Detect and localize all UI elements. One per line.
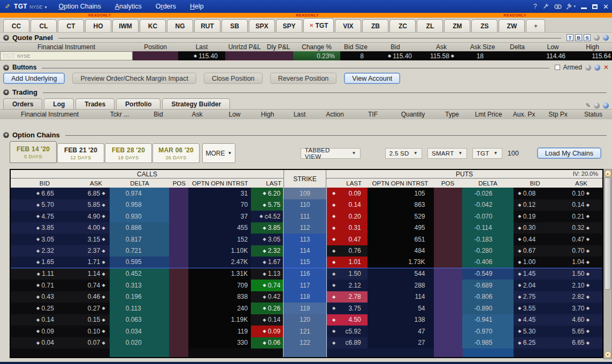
put-ask-cell[interactable]: 0.47 ◆ <box>556 234 602 245</box>
put-last-cell[interactable]: ◆1.50 <box>327 268 368 280</box>
view-account-button[interactable]: View Account <box>344 73 400 84</box>
minimize-icon[interactable] <box>581 4 587 9</box>
compose-icon[interactable]: ✎ <box>586 102 591 109</box>
put-bid-cell[interactable]: ◆ 3.55 <box>514 303 556 314</box>
put-last-cell[interactable]: ◆0.47 <box>327 234 368 245</box>
put-bid-cell[interactable]: ◆ 4.45 <box>514 314 556 326</box>
put-bid-cell[interactable]: ◆ 0.44 <box>514 234 556 245</box>
call-last-cell[interactable]: ◆ 0.74 <box>251 280 283 291</box>
call-last-cell[interactable]: ◆ 0.09 <box>251 326 283 337</box>
symbol-tab-IWM[interactable]: IWM <box>112 19 139 32</box>
put-last-cell[interactable]: ◆2.78 <box>327 291 368 303</box>
reverse-position-button[interactable]: Reverse Position <box>270 73 337 84</box>
call-bid-cell[interactable]: ◆ 0.04 <box>11 337 63 349</box>
trading-tab-strategy-builder[interactable]: Strategy Builder <box>162 98 230 109</box>
put-ask-cell[interactable]: 1.50 ◆ <box>556 268 602 280</box>
symbol-tab-SPX[interactable]: SPX <box>249 19 275 32</box>
put-bid-cell[interactable]: ◆ 1.45 <box>514 268 556 280</box>
call-last-cell[interactable]: ◆ 2.32 <box>251 245 283 257</box>
close-tab-icon[interactable]: ✕ <box>309 22 313 28</box>
put-bid-cell[interactable]: ◆ 2.75 <box>514 291 556 303</box>
call-ask-cell[interactable]: 0.74 ◆ <box>63 280 110 291</box>
put-ask-cell[interactable]: 6.65 ◆ <box>556 337 602 349</box>
close-position-button[interactable]: Close Position <box>204 73 263 84</box>
put-ask-cell[interactable]: 2.10 ◆ <box>556 280 602 291</box>
menu-item-analytics[interactable]: Analytics <box>115 3 142 10</box>
expiry-tab-feb-28-20[interactable]: FEB 28 '2019 DAYS <box>105 143 152 163</box>
put-ask-cell[interactable]: 0.32 ◆ <box>556 222 602 234</box>
call-last-cell[interactable]: ◆ 0.14 <box>251 314 283 326</box>
put-bid-cell[interactable]: ◆ 0.30 <box>514 222 556 234</box>
call-last-cell[interactable]: ◆ 3.05 <box>251 234 283 245</box>
panel-help-icon[interactable] <box>603 35 609 41</box>
expiry-tab-feb-21-20[interactable]: FEB 21 '2012 DAYS <box>57 143 104 163</box>
call-ask-cell[interactable]: 5.85 ◆ <box>63 199 110 211</box>
call-bid-cell[interactable]: ◆ 6.65 <box>11 188 63 199</box>
scroll-down-icon[interactable]: ▼ <box>605 351 611 358</box>
tool-s-icon[interactable]: S <box>584 34 591 41</box>
instrument-menu[interactable]: TGT NYSE ▾ <box>14 3 47 10</box>
menu-item-help[interactable]: Help <box>190 3 204 10</box>
call-bid-cell[interactable]: ◆ 0.71 <box>11 280 63 291</box>
call-ask-cell[interactable]: 0.27 ◆ <box>63 303 110 314</box>
call-ask-cell[interactable]: 0.07 ◆ <box>63 337 110 349</box>
call-last-cell[interactable]: ◆ c4.52 <box>251 211 283 222</box>
layout-icon[interactable] <box>585 65 591 71</box>
collapse-icon[interactable]: ▼ <box>3 89 9 95</box>
put-ask-cell[interactable]: 0.70 ◆ <box>556 245 602 257</box>
put-last-cell[interactable]: ◆3.75 <box>327 303 368 314</box>
symbol-tab-RUT[interactable]: RUT <box>194 19 220 32</box>
trading-tab-portfolio[interactable]: Portfolio <box>116 98 160 109</box>
load-my-chains-button[interactable]: Load My Chains <box>537 148 601 159</box>
scrollbar-thumb[interactable] <box>605 177 611 290</box>
call-bid-cell[interactable]: ◆ 5.70 <box>11 199 63 211</box>
put-bid-cell[interactable]: ◆ 0.12 <box>514 199 556 211</box>
call-bid-cell[interactable]: ◆ 1.11 <box>11 268 63 280</box>
maximize-icon[interactable] <box>592 4 598 9</box>
call-last-cell[interactable]: ◆ 6.20 <box>251 188 283 199</box>
put-ask-cell[interactable]: 2.82 ◆ <box>556 291 602 303</box>
put-bid-cell[interactable]: ◆ 0.19 <box>514 211 556 222</box>
menu-item-orders[interactable]: Orders <box>156 3 176 10</box>
ask-cell[interactable]: 115.58◆ <box>419 51 463 60</box>
trading-tab-log[interactable]: Log <box>44 98 74 109</box>
symbol-tab-CL[interactable]: CL <box>30 19 57 32</box>
put-ask-cell[interactable]: 0.21 ◆ <box>556 211 602 222</box>
preview-order-check-margin-impact-button[interactable]: Preview Order/Check Margin Impact <box>72 73 196 84</box>
add-tab-button[interactable]: + <box>526 19 545 32</box>
view-mode-dropdown[interactable]: TABBED VIEW▼ <box>301 148 361 159</box>
put-last-cell[interactable]: ◆2.12 <box>327 280 368 291</box>
route-dropdown[interactable]: SMART▼ <box>427 148 467 159</box>
symbol-tab-NG[interactable]: NG <box>167 19 193 32</box>
symbol-tab-TGT[interactable]: ✕TGT <box>303 18 334 32</box>
put-last-cell[interactable]: ◆4.50 <box>327 314 368 326</box>
call-bid-cell[interactable]: ◆ 1.65 <box>11 257 63 268</box>
symbol-tab-ZC[interactable]: ZC <box>389 19 416 32</box>
symbol-tab-VIX[interactable]: VIX <box>335 19 361 32</box>
call-last-cell[interactable]: ◆ 1.67 <box>251 257 283 268</box>
put-last-cell[interactable]: ◆0.31 <box>327 222 368 234</box>
tool-b-icon[interactable]: B <box>575 34 582 41</box>
symbol-tab-SB[interactable]: SB <box>221 19 248 32</box>
put-bid-cell[interactable]: ◆ 5.30 <box>514 326 556 337</box>
call-bid-cell[interactable]: ◆ 3.85 <box>11 222 63 234</box>
tool-t-icon[interactable]: T <box>567 34 573 41</box>
put-ask-cell[interactable]: 1.04 ◆ <box>556 257 602 268</box>
layout-icon[interactable] <box>594 103 600 109</box>
put-ask-cell[interactable]: 0.10 ◆ <box>556 188 602 199</box>
put-bid-cell[interactable]: ◆ 0.67 <box>514 245 556 257</box>
quote-instrument-cell[interactable]: TGT NYSE <box>0 51 133 60</box>
call-ask-cell[interactable]: 4.00 ◆ <box>63 222 110 234</box>
call-last-cell[interactable]: ◆ 0.06 <box>251 337 283 349</box>
put-ask-cell[interactable]: 5.65 ◆ <box>556 326 602 337</box>
symbol-tab-SPY[interactable]: SPY <box>276 19 302 32</box>
scroll-up-icon[interactable]: ▲ <box>605 170 611 177</box>
put-last-cell[interactable]: ◆0.20 <box>327 211 368 222</box>
put-last-cell[interactable]: ◆0.14 <box>327 199 368 211</box>
pin-icon[interactable]: ▾ <box>567 4 576 9</box>
call-ask-cell[interactable]: 6.85 ◆ <box>63 188 110 199</box>
symbol-tab-ZB[interactable]: ZB <box>362 19 388 32</box>
symbol-tab-CT[interactable]: CT <box>58 19 84 32</box>
put-last-cell[interactable]: ◆1.01 <box>327 257 368 268</box>
collapse-icon[interactable]: ▼ <box>3 65 9 71</box>
